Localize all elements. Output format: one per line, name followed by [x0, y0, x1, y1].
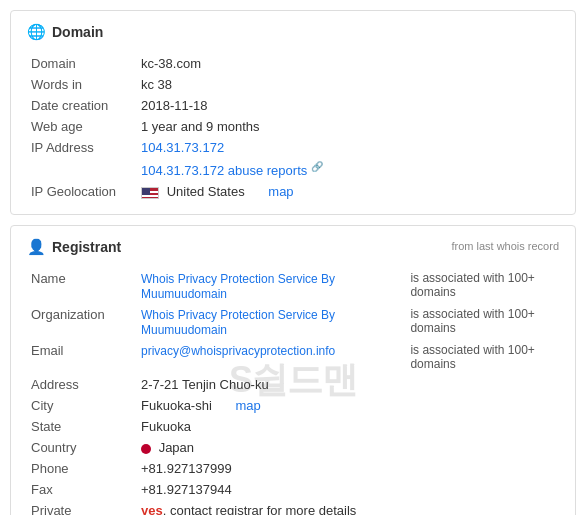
value-org: Whois Privacy Protection Service By Muum…	[137, 304, 406, 340]
label-ip-address: IP Address	[27, 137, 137, 158]
table-row: Organization Whois Privacy Protection Se…	[27, 304, 559, 340]
value-state: Fukuoka	[137, 416, 559, 437]
geo-value: United States	[167, 184, 245, 199]
registrant-title-label: Registrant	[52, 239, 121, 255]
label-fax: Fax	[27, 479, 137, 500]
table-row: IP Address 104.31.73.172	[27, 137, 559, 158]
table-row: Country Japan	[27, 437, 559, 458]
value-email: privacy@whoisprivacyprotection.info	[137, 340, 406, 374]
label-private: Private	[27, 500, 137, 515]
ip-link[interactable]: 104.31.73.172	[141, 140, 224, 155]
table-row: Email privacy@whoisprivacyprotection.inf…	[27, 340, 559, 374]
table-row: Name Whois Privacy Protection Service By…	[27, 268, 559, 304]
label-web-age: Web age	[27, 116, 137, 137]
table-row: 104.31.73.172 abuse reports 🔗	[27, 158, 559, 181]
value-ip-address: 104.31.73.172	[137, 137, 559, 158]
table-row: City Fukuoka-shi map	[27, 395, 559, 416]
value-domain: kc-38.com	[137, 53, 559, 74]
table-row: IP Geolocation United States map	[27, 181, 559, 202]
label-domain: Domain	[27, 53, 137, 74]
value-fax: +81.927137944	[137, 479, 559, 500]
name-link[interactable]: Whois Privacy Protection Service By Muum…	[141, 272, 335, 301]
table-row: Address 2-7-21 Tenjin Chuo-ku	[27, 374, 559, 395]
value-web-age: 1 year and 9 months	[137, 116, 559, 137]
value-private: yes, contact registrar for more details	[137, 500, 559, 515]
value-date-creation: 2018-11-18	[137, 95, 559, 116]
table-row: Words in kc 38	[27, 74, 559, 95]
registrant-info-table: Name Whois Privacy Protection Service By…	[27, 268, 559, 515]
org-link[interactable]: Whois Privacy Protection Service By Muum…	[141, 308, 335, 337]
value-country: Japan	[137, 437, 559, 458]
table-row: Fax +81.927137944	[27, 479, 559, 500]
private-yes: yes	[141, 503, 163, 515]
label-address: Address	[27, 374, 137, 395]
registrant-section: S쉴드맨 👤 Registrant from last whois record…	[10, 225, 576, 515]
domain-info-table: Domain kc-38.com Words in kc 38 Date cre…	[27, 53, 559, 202]
label-state: State	[27, 416, 137, 437]
globe-icon: 🌐	[27, 23, 46, 41]
label-date-creation: Date creation	[27, 95, 137, 116]
abuse-link[interactable]: 104.31.73.172 abuse reports 🔗	[141, 163, 323, 178]
private-rest: , contact registrar for more details	[163, 503, 357, 515]
table-row: Phone +81.927137999	[27, 458, 559, 479]
domain-title-label: Domain	[52, 24, 103, 40]
label-ip-geo: IP Geolocation	[27, 181, 137, 202]
japan-flag-icon	[141, 444, 151, 454]
table-row: State Fukuoka	[27, 416, 559, 437]
geo-map-link[interactable]: map	[268, 184, 293, 199]
value-phone: +81.927137999	[137, 458, 559, 479]
label-org: Organization	[27, 304, 137, 340]
org-associated: is associated with 100+ domains	[406, 304, 559, 340]
domain-section: 🌐 Domain Domain kc-38.com Words in kc 38…	[10, 10, 576, 215]
domain-section-title: 🌐 Domain	[27, 23, 559, 41]
value-address: 2-7-21 Tenjin Chuo-ku	[137, 374, 559, 395]
label-country: Country	[27, 437, 137, 458]
label-words-in: Words in	[27, 74, 137, 95]
value-city: Fukuoka-shi map	[137, 395, 406, 416]
table-row: Domain kc-38.com	[27, 53, 559, 74]
person-icon: 👤	[27, 238, 46, 256]
label-email: Email	[27, 340, 137, 374]
table-row: Web age 1 year and 9 months	[27, 116, 559, 137]
email-associated: is associated with 100+ domains	[406, 340, 559, 374]
us-flag-icon	[141, 187, 159, 199]
table-row: Date creation 2018-11-18	[27, 95, 559, 116]
from-last-record: from last whois record	[451, 240, 559, 252]
value-abuse: 104.31.73.172 abuse reports 🔗	[137, 158, 559, 181]
email-link[interactable]: privacy@whoisprivacyprotection.info	[141, 344, 335, 358]
value-words-in: kc 38	[137, 74, 559, 95]
external-link-icon: 🔗	[311, 161, 323, 172]
label-phone: Phone	[27, 458, 137, 479]
table-row: Private yes, contact registrar for more …	[27, 500, 559, 515]
label-empty	[27, 158, 137, 181]
city-map-link[interactable]: map	[235, 398, 260, 413]
value-ip-geo: United States map	[137, 181, 559, 202]
value-name: Whois Privacy Protection Service By Muum…	[137, 268, 406, 304]
label-city: City	[27, 395, 137, 416]
name-associated: is associated with 100+ domains	[406, 268, 559, 304]
label-name: Name	[27, 268, 137, 304]
